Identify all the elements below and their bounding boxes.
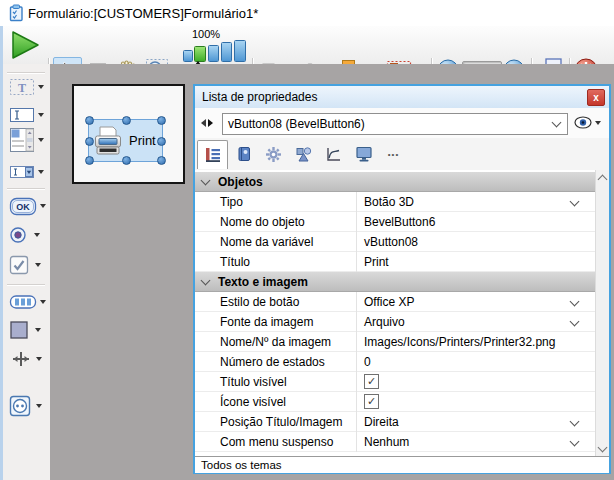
prop-row-numero-de-estados[interactable]: Número de estados 0 <box>195 352 595 372</box>
section-title: Objetos <box>218 175 263 189</box>
run-button[interactable] <box>6 29 44 61</box>
prop-row-tipo[interactable]: Tipo Botão 3D <box>195 192 595 212</box>
list-icon <box>205 147 221 163</box>
more-dots-icon: ••• <box>388 150 399 159</box>
chevron-down-icon[interactable] <box>570 297 580 307</box>
radio-tool-dropdown-arrow[interactable] <box>34 233 40 237</box>
sidebar-item-radio-tool[interactable] <box>3 225 50 245</box>
section-title: Texto e imagem <box>218 275 308 289</box>
shapes-icon <box>295 146 312 163</box>
zoom-bar-3[interactable] <box>208 45 219 62</box>
sidebar-item-text-tool[interactable]: T <box>3 76 50 98</box>
rectangle-tool-dropdown-arrow[interactable] <box>35 328 41 332</box>
tab-gear[interactable] <box>259 140 288 168</box>
book-icon <box>236 146 252 162</box>
tab-curve[interactable] <box>319 140 348 168</box>
prop-row-fonte-da-imagem[interactable]: Fonte da imagem Arquivo <box>195 312 595 332</box>
selection-handle[interactable] <box>122 156 131 165</box>
combobox-tool-dropdown-arrow[interactable] <box>38 170 44 174</box>
sidebar-item-combobox-tool[interactable] <box>3 162 50 182</box>
zoom-bar-4[interactable] <box>221 42 232 62</box>
property-panel-titlebar[interactable]: Lista de propriedades <box>195 86 609 109</box>
selection-handle[interactable] <box>157 116 166 125</box>
property-panel-title: Lista de propriedades <box>202 90 317 104</box>
prop-row-nome-da-imagem[interactable]: Nome/Nº da imagem Images/Icons/Printers/… <box>195 332 595 352</box>
zoom-bar-5[interactable] <box>234 40 246 62</box>
object-selector-dropdown[interactable]: vButton08 (BevelButton6) <box>222 113 568 135</box>
prop-row-titulo[interactable]: Título Print <box>195 252 595 272</box>
checkbox-tool-dropdown-arrow[interactable] <box>35 263 41 267</box>
scroll-up-button[interactable] <box>596 170 609 185</box>
chevron-down-icon <box>201 275 211 285</box>
tab-display[interactable] <box>349 140 378 168</box>
next-object-button[interactable] <box>208 119 213 127</box>
chevron-down-icon[interactable] <box>570 417 580 427</box>
sidebar-item-plugin-tool[interactable] <box>3 394 50 418</box>
property-tabs: ••• <box>195 138 609 172</box>
tab-shapes[interactable] <box>289 140 318 168</box>
prop-row-titulo-visivel[interactable]: Título visível ✓ <box>195 372 595 392</box>
prop-row-nome-da-variavel[interactable]: Nome da variável vButton08 <box>195 232 595 252</box>
input-tool-icon <box>9 107 35 123</box>
zoom-bar-current[interactable] <box>194 46 206 62</box>
selection-handle[interactable] <box>85 156 94 165</box>
section-header-texto-e-imagem[interactable]: Texto e imagem <box>195 272 595 292</box>
radio-tool-icon <box>9 226 27 244</box>
printer-icon <box>91 124 125 158</box>
chevron-down-icon <box>552 118 562 128</box>
button-tool-dropdown-arrow[interactable] <box>40 204 46 208</box>
tab-property-list[interactable] <box>197 140 228 169</box>
prop-row-com-menu-suspenso[interactable]: Com menu suspenso Nenhum <box>195 432 595 452</box>
sidebar-item-input-tool[interactable] <box>3 105 50 125</box>
sidebar-item-checkbox-tool[interactable] <box>3 254 50 276</box>
selection-handle[interactable] <box>85 137 94 146</box>
sidebar-item-splitter-tool[interactable] <box>3 349 50 369</box>
previous-object-button[interactable] <box>201 119 206 127</box>
vertical-scrollbar[interactable] <box>595 170 609 456</box>
eye-icon[interactable] <box>574 116 593 129</box>
checkbox-checked[interactable]: ✓ <box>364 374 379 389</box>
segmented-tool-dropdown-arrow[interactable] <box>40 300 46 304</box>
eye-dropdown-arrow[interactable] <box>595 121 601 125</box>
tool-sidebar: T <box>3 64 51 480</box>
property-panel-statusbar: Todos os temas <box>195 456 609 473</box>
sidebar-item-button-tool[interactable]: OK <box>3 195 50 217</box>
checkbox-checked[interactable]: ✓ <box>364 394 379 409</box>
sidebar-item-listbox-tool[interactable] <box>3 126 50 154</box>
splitter-tool-dropdown-arrow[interactable] <box>36 357 42 361</box>
sidebar-item-rectangle-tool[interactable] <box>3 319 50 341</box>
play-icon <box>9 30 41 60</box>
section-header-objetos[interactable]: Objetos <box>195 172 595 192</box>
listbox-tool-icon <box>9 127 35 153</box>
listbox-tool-dropdown-arrow[interactable] <box>38 138 44 142</box>
ok-button-tool-icon: OK <box>9 197 37 216</box>
prop-row-estilo-de-botao[interactable]: Estilo de botão Office XP <box>195 292 595 312</box>
zoom-bar-1[interactable] <box>183 50 193 62</box>
prop-row-icone-visivel[interactable]: Ícone visível ✓ <box>195 392 595 412</box>
plugin-tool-dropdown-arrow[interactable] <box>36 404 42 408</box>
chevron-down-icon[interactable] <box>570 317 580 327</box>
input-tool-dropdown-arrow[interactable] <box>38 113 44 117</box>
selection-handle[interactable] <box>157 137 166 146</box>
scroll-down-button[interactable] <box>596 441 609 456</box>
tab-more[interactable]: ••• <box>379 140 408 168</box>
prop-row-posicao-titulo-imagem[interactable]: Posição Título/Imagem Direita <box>195 412 595 432</box>
selection-handle[interactable] <box>157 156 166 165</box>
close-button[interactable]: x <box>587 89 605 106</box>
selection-handle[interactable] <box>122 116 131 125</box>
tab-book[interactable] <box>229 140 258 168</box>
checkbox-tool-icon <box>9 255 29 275</box>
sidebar-item-segmented-tool[interactable] <box>3 292 50 312</box>
app-window: Formulário:[CUSTOMERS]Formulário1* <box>0 0 614 480</box>
selected-print-button[interactable]: Print <box>88 119 163 162</box>
prop-row-nome-do-objeto[interactable]: Nome do objeto BevelButton6 <box>195 212 595 232</box>
chevron-down-icon[interactable] <box>570 197 580 207</box>
text-tool-dropdown-arrow[interactable] <box>38 85 44 89</box>
object-selector-row: vButton08 (BevelButton6) <box>195 108 609 138</box>
rectangle-tool-icon <box>9 320 29 340</box>
zoom-bars[interactable] <box>180 38 248 64</box>
chevron-down-icon[interactable] <box>570 437 580 447</box>
selection-handle[interactable] <box>85 116 94 125</box>
sidebar-separator <box>7 284 45 286</box>
chevron-down-icon <box>201 175 211 185</box>
